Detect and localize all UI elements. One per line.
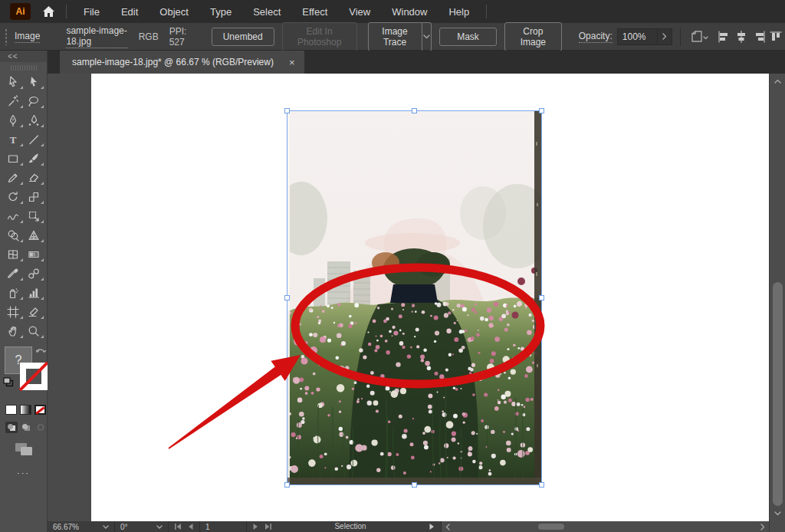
none-button[interactable] <box>34 405 46 415</box>
selection-handle-top-center[interactable] <box>412 108 417 113</box>
perspective-grid-tool[interactable] <box>24 228 44 241</box>
menu-object[interactable]: Object <box>149 1 199 23</box>
selection-handle-bottom-center[interactable] <box>412 482 417 488</box>
first-artboard-button[interactable] <box>175 524 182 530</box>
crop-image-button[interactable]: Crop Image <box>504 22 562 51</box>
zoom-level-select[interactable]: 66.67% <box>48 521 115 532</box>
vertical-scrollbar[interactable] <box>769 74 785 521</box>
blend-tool[interactable] <box>24 267 44 280</box>
free-transform-tool[interactable] <box>24 209 44 222</box>
document-tab[interactable]: sample-image-18.jpg* @ 66.67 % (RGB/Prev… <box>60 51 304 74</box>
pen-tool[interactable] <box>3 113 23 126</box>
scroll-down-icon[interactable] <box>770 507 785 520</box>
scroll-right-icon[interactable] <box>757 521 769 532</box>
shaper-tool[interactable] <box>3 209 23 222</box>
artboard-number-select[interactable] <box>199 521 247 532</box>
artboard-number-input[interactable] <box>205 523 236 531</box>
selection-tool[interactable] <box>3 75 23 88</box>
menu-file[interactable]: File <box>73 1 110 23</box>
column-graph-tool[interactable] <box>24 286 44 299</box>
horizontal-scrollbar[interactable] <box>441 521 769 532</box>
draw-behind-button[interactable] <box>20 422 32 433</box>
direct-selection-tool[interactable] <box>24 75 44 88</box>
symbol-sprayer-tool[interactable] <box>3 286 23 299</box>
selection-handle-bottom-right[interactable] <box>539 482 544 488</box>
selection-handle-middle-right[interactable] <box>539 295 544 300</box>
gradient-tool[interactable] <box>24 248 44 261</box>
magic-wand-tool[interactable] <box>3 94 23 107</box>
document-canvas[interactable] <box>48 74 785 521</box>
placed-image[interactable] <box>287 111 541 484</box>
default-fill-stroke-icon[interactable] <box>3 377 14 387</box>
shape-builder-tool[interactable] <box>3 228 23 241</box>
menu-effect[interactable]: Effect <box>291 1 338 23</box>
vertical-align-top-icon[interactable] <box>769 27 783 47</box>
menu-type[interactable]: Type <box>199 1 242 23</box>
menu-select[interactable]: Select <box>242 1 291 23</box>
previous-artboard-button[interactable] <box>188 524 193 530</box>
quick-color-row <box>0 405 47 415</box>
menu-edit[interactable]: Edit <box>110 1 149 23</box>
paintbrush-tool[interactable] <box>24 152 44 165</box>
edit-toolbar-button[interactable]: ··· <box>0 468 47 478</box>
hand-tool[interactable] <box>3 324 23 337</box>
eyedropper-tool[interactable] <box>3 267 23 280</box>
horizontal-align-center-icon[interactable] <box>734 27 749 47</box>
menu-view[interactable]: View <box>338 1 381 23</box>
control-bar: Image sample-image-18.jpg RGB PPI: 527 U… <box>0 23 785 51</box>
change-screen-mode-button[interactable] <box>15 442 33 456</box>
selection-handle-bottom-left[interactable] <box>284 482 290 488</box>
chevron-down-icon <box>156 525 163 529</box>
stroke-color-swatch[interactable] <box>19 362 48 391</box>
scroll-up-icon[interactable] <box>770 75 785 87</box>
swap-fill-stroke-icon[interactable] <box>35 345 47 355</box>
horizontal-align-left-icon[interactable] <box>718 27 732 47</box>
draw-normal-button[interactable] <box>5 422 18 433</box>
home-icon[interactable] <box>37 0 60 23</box>
zoom-tool[interactable] <box>24 324 44 337</box>
scale-tool[interactable] <box>24 190 44 203</box>
arrange-documents-icon[interactable] <box>690 27 708 47</box>
panel-drag-grip[interactable] <box>11 65 37 71</box>
horizontal-align-right-icon[interactable] <box>752 27 767 47</box>
selection-handle-middle-left[interactable] <box>284 295 290 300</box>
mesh-tool[interactable] <box>3 248 23 261</box>
collapse-panel-icon[interactable]: << <box>0 51 47 62</box>
next-artboard-button[interactable] <box>253 524 258 530</box>
slice-tool[interactable] <box>24 305 44 318</box>
expand-status-button[interactable] <box>429 524 435 530</box>
rotate-tool[interactable] <box>3 190 23 203</box>
image-trace-button[interactable]: Image Trace <box>368 22 422 51</box>
opacity-label[interactable]: Opacity: <box>579 31 613 43</box>
image-trace-presets-dropdown[interactable] <box>422 22 432 51</box>
menu-help[interactable]: Help <box>438 1 480 23</box>
unembed-button[interactable]: Unembed <box>212 28 274 46</box>
lasso-tool[interactable] <box>24 94 44 107</box>
pencil-tool[interactable] <box>3 171 23 184</box>
color-button[interactable] <box>5 405 17 415</box>
document-tab-title: sample-image-18.jpg* @ 66.67 % (RGB/Prev… <box>72 57 274 67</box>
curvature-tool[interactable] <box>24 113 44 126</box>
type-tool[interactable]: T <box>3 133 23 146</box>
artboard-tool[interactable] <box>3 305 23 318</box>
rectangle-tool[interactable] <box>3 152 23 165</box>
menu-window[interactable]: Window <box>381 1 438 23</box>
eraser-tool[interactable] <box>24 171 44 184</box>
last-artboard-button[interactable] <box>264 524 271 530</box>
scroll-left-icon[interactable] <box>442 521 454 532</box>
artboard-navigation-next <box>247 521 278 532</box>
line-segment-tool[interactable] <box>24 133 44 146</box>
gradient-button[interactable] <box>20 405 31 415</box>
opacity-input[interactable] <box>617 28 657 45</box>
rotation-select[interactable]: 0° <box>115 521 169 532</box>
selection-handle-top-right[interactable] <box>539 108 544 113</box>
panel-grip-icon[interactable] <box>5 28 8 45</box>
mask-button[interactable]: Mask <box>439 28 497 46</box>
filename-link[interactable]: sample-image-18.jpg <box>66 25 127 48</box>
selection-handle-top-left[interactable] <box>284 108 290 113</box>
close-tab-icon[interactable]: × <box>289 57 295 68</box>
vertical-scrollbar-thumb[interactable] <box>773 282 783 506</box>
opacity-expand-button[interactable] <box>657 28 672 45</box>
horizontal-scrollbar-thumb[interactable] <box>538 524 564 530</box>
panel-label[interactable]: Image <box>15 31 40 43</box>
